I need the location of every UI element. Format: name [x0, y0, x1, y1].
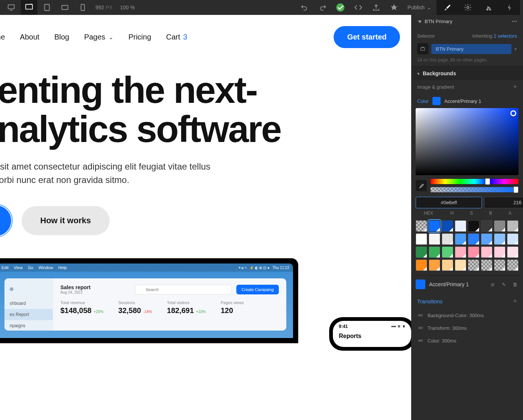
canvas-width[interactable]: 992 PX [92, 4, 116, 10]
audit-icon[interactable] [386, 0, 402, 15]
unlink-icon[interactable]: ⊘ [489, 282, 496, 287]
color-swatch[interactable] [507, 220, 519, 232]
color-swatch[interactable] [507, 259, 519, 271]
transitions-section-header[interactable]: Transitions + [411, 294, 523, 309]
device-tablet-landscape-icon[interactable] [57, 0, 73, 15]
color-swatch[interactable] [507, 233, 519, 245]
transition-item[interactable]: Transform: 300ms [411, 322, 523, 334]
redo-icon[interactable] [314, 0, 331, 15]
trash-icon[interactable]: 🗑 [511, 282, 519, 287]
canvas[interactable]: Home About Blog Pages ⌄ Pricing Cart 3 G… [0, 15, 411, 420]
device-tablet-icon[interactable] [39, 0, 55, 15]
color-swatch[interactable] [468, 220, 479, 232]
device-mobile-icon[interactable] [75, 0, 91, 15]
undo-icon[interactable] [296, 0, 313, 15]
color-swatch[interactable] [442, 233, 453, 245]
color-swatch[interactable] [455, 233, 466, 245]
device-desktop-icon[interactable] [3, 0, 19, 15]
phone-status-icons: ••• ᯤ ▮ [391, 324, 405, 329]
selector-type-icon[interactable] [417, 43, 428, 54]
transition-item[interactable]: Background-Color: 300ms [411, 309, 523, 322]
interactions-icon[interactable] [478, 0, 499, 15]
color-swatch[interactable] [468, 259, 479, 271]
selector-label: Selector [417, 33, 435, 39]
hero-title[interactable]: senting the next- analytics software [0, 70, 411, 149]
hue-slider[interactable] [431, 179, 519, 184]
hand-icon: ☚ [417, 19, 422, 24]
color-swatch[interactable] [416, 246, 427, 258]
brush-icon[interactable] [437, 0, 457, 15]
color-swatch[interactable] [468, 233, 479, 245]
add-transition-icon[interactable]: + [513, 297, 517, 305]
color-swatch[interactable] [494, 220, 505, 232]
nav-pricing[interactable]: Pricing [128, 33, 151, 41]
color-swatch[interactable] [481, 246, 492, 258]
color-swatch[interactable] [416, 220, 427, 232]
hero-secondary-button[interactable]: How it works [22, 206, 110, 235]
color-saturation-field[interactable] [416, 108, 519, 175]
color-swatch[interactable] [442, 220, 453, 232]
nav-pages[interactable]: Pages ⌄ [84, 33, 114, 41]
settings-gear-icon[interactable] [457, 0, 478, 15]
alpha-slider[interactable] [431, 187, 519, 192]
transition-item[interactable]: Color: 300ms [411, 334, 523, 347]
inheriting-info[interactable]: Inheriting 2 selectors [472, 33, 517, 39]
color-swatch[interactable] [416, 233, 427, 245]
nav-cta-button[interactable]: Get started [334, 26, 400, 48]
effects-icon[interactable] [499, 0, 520, 15]
color-swatch[interactable] [507, 246, 519, 258]
bg-color-label: Color [417, 98, 429, 104]
color-swatch[interactable] [429, 233, 440, 245]
device-desktop-large-icon[interactable] [21, 0, 37, 15]
hex-input[interactable] [416, 197, 482, 208]
color-swatch[interactable] [429, 220, 440, 232]
more-icon[interactable]: ••• [512, 19, 517, 24]
color-swatch[interactable] [455, 259, 466, 271]
add-background-icon[interactable]: + [513, 83, 517, 91]
svg-rect-5 [81, 4, 84, 11]
nav-about[interactable]: About [20, 33, 39, 41]
dropdown-icon[interactable]: ▾ [514, 46, 517, 52]
color-swatch[interactable] [481, 259, 492, 271]
selector-tag[interactable]: BTN Primary [431, 44, 511, 54]
svg-point-10 [419, 315, 420, 316]
color-swatch[interactable] [416, 259, 427, 271]
laptop-mockup: Edit View Go Window Help ◧ ▣ ᯤ ⚡ ◐ ⊕ ⊡ ●… [0, 258, 298, 343]
color-swatch[interactable] [455, 220, 466, 232]
nav-home[interactable]: Home [0, 33, 5, 41]
color-swatch[interactable] [481, 233, 492, 245]
bg-color-name: Accent/Primary 1 [444, 98, 481, 104]
bg-color-swatch[interactable] [432, 97, 441, 105]
export-icon[interactable] [368, 0, 384, 15]
nav-cart[interactable]: Cart 3 [166, 33, 188, 41]
publish-dropdown[interactable]: Publish ⌄ [404, 4, 435, 10]
hero-subtitle[interactable]: dolor sit amet consectetur adipiscing el… [0, 160, 411, 187]
top-toolbar: 992 PX 100 % Publish ⌄ [0, 0, 523, 15]
hero: senting the next- analytics software dol… [0, 59, 411, 236]
color-swatch[interactable] [429, 259, 440, 271]
stat-block: Total visitors182,691+10% [167, 300, 206, 315]
svg-rect-4 [62, 6, 68, 10]
color-swatch[interactable] [468, 246, 479, 258]
zoom-level[interactable]: 100 % [117, 4, 138, 10]
color-swatch[interactable] [455, 246, 466, 258]
caret-down-icon: ▾ [417, 71, 420, 76]
color-swatch[interactable] [481, 220, 492, 232]
color-swatch[interactable] [442, 246, 453, 258]
dash-nav-item: shboard [4, 298, 53, 309]
color-swatch[interactable] [494, 259, 505, 271]
h-input[interactable] [484, 197, 523, 208]
status-check-icon[interactable] [332, 0, 349, 15]
phone-time: 9:41 [339, 324, 348, 329]
hero-primary-button-selected[interactable]: d [0, 205, 11, 236]
color-swatch[interactable] [494, 233, 505, 245]
edit-icon[interactable]: ✎ [500, 282, 507, 287]
nav-blog[interactable]: Blog [54, 33, 69, 41]
color-swatch[interactable] [429, 246, 440, 258]
backgrounds-section-header[interactable]: ▾ Backgrounds [411, 67, 523, 80]
code-icon[interactable] [350, 0, 366, 15]
color-handle[interactable] [510, 110, 516, 116]
eyedropper-icon[interactable] [416, 180, 427, 191]
color-swatch[interactable] [494, 246, 505, 258]
color-swatch[interactable] [442, 259, 453, 271]
